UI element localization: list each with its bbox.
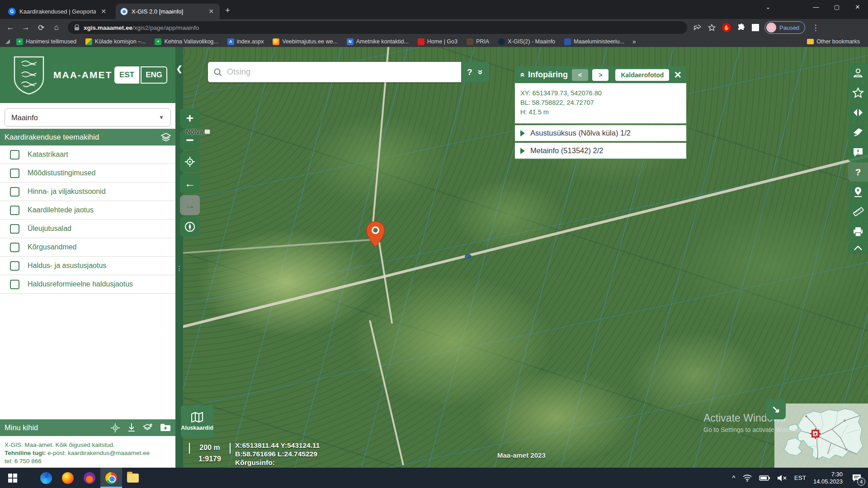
zoom-in-button[interactable]: + xyxy=(180,108,200,128)
clock[interactable]: 7:30 14.05.2023 xyxy=(813,471,843,485)
taskbar-avast[interactable] xyxy=(79,468,100,488)
action-center-button[interactable]: 4 xyxy=(850,471,863,485)
maximize-button[interactable]: ▢ xyxy=(826,4,847,10)
profile-chip[interactable]: 🕶 Paused xyxy=(764,21,805,34)
tab-geoportaal[interactable]: G Kaardirakendused | Geoportaal | ✕ xyxy=(4,4,112,19)
feedback-button[interactable] xyxy=(848,143,868,162)
forward-icon[interactable]: → xyxy=(18,23,33,32)
share-icon[interactable] xyxy=(693,24,702,31)
layers-icon[interactable] xyxy=(161,133,171,142)
layer-row-haldus-ja-asustusjaotus[interactable]: Haldus- ja asustusjaotus xyxy=(0,257,175,275)
checkbox[interactable] xyxy=(10,243,19,252)
close-button[interactable]: ✕ xyxy=(847,4,868,10)
search-help-button[interactable]: ? xyxy=(467,67,472,77)
minimap-toggle-button[interactable]: ↘ xyxy=(766,399,786,419)
basemap-button[interactable]: Aluskaardid xyxy=(181,405,213,438)
bookmark-item[interactable]: Veebimajutus.ee we... xyxy=(269,38,341,45)
adblock-extension-icon[interactable]: ✋ xyxy=(722,23,731,32)
bookmark-item[interactable]: NAmetnike kontaktid... xyxy=(343,38,412,45)
previous-result-button[interactable]: < xyxy=(572,69,588,81)
application-select[interactable]: Maainfo ▼ xyxy=(5,108,171,127)
bookmark-item[interactable]: X-GIS(2) - Maainfo xyxy=(495,38,559,45)
tab-close-icon[interactable]: ✕ xyxy=(99,8,108,15)
layer-row-korgusandmed[interactable]: Kõrgusandmed xyxy=(0,238,175,257)
theme-layers-header[interactable]: Kaardirakenduse teemakihid xyxy=(0,129,175,145)
bookmark-item[interactable]: +Hanimesi tellimused xyxy=(13,38,80,45)
keyboard-language[interactable]: EST xyxy=(794,474,806,481)
favorites-button[interactable] xyxy=(848,83,868,102)
result-row-asustusuksus[interactable]: Asustusüksus (Nõlva küla) 1/2 xyxy=(515,125,686,142)
history-forward-button[interactable]: → xyxy=(180,195,200,215)
apps-shortcut-icon[interactable] xyxy=(5,38,11,45)
download-icon[interactable] xyxy=(127,423,136,432)
map-marker-pin[interactable] xyxy=(365,221,386,248)
bookmark-item[interactable]: Aindex.aspx xyxy=(224,38,268,45)
minimize-button[interactable]: — xyxy=(806,4,826,10)
next-result-button[interactable]: > xyxy=(592,69,609,81)
taskbar-firefox[interactable] xyxy=(57,468,79,488)
extensions-puzzle-icon[interactable] xyxy=(737,23,745,32)
my-layers-header[interactable]: Minu kihid xyxy=(0,419,175,436)
collapse-sidebar-icon[interactable]: ❮ xyxy=(175,64,183,74)
wifi-icon[interactable] xyxy=(743,474,752,482)
location-marker-button[interactable] xyxy=(848,183,868,202)
tray-expand-icon[interactable]: ^ xyxy=(732,474,736,482)
layer-row-haldusreformieelne[interactable]: Haldusreformieelne haldusjaotus xyxy=(0,275,175,294)
start-button[interactable] xyxy=(2,468,24,488)
language-eng-button[interactable]: ENG xyxy=(141,66,167,84)
back-icon[interactable]: ← xyxy=(3,23,18,32)
print-button[interactable] xyxy=(848,222,868,241)
locate-button[interactable] xyxy=(180,152,200,172)
checkbox[interactable] xyxy=(10,224,19,234)
kaldaerofotod-button[interactable]: Kaldaerofotod xyxy=(615,69,669,81)
add-folder-icon[interactable] xyxy=(160,423,171,432)
layer-row-kaardilehtede-jaotus[interactable]: Kaardilehtede jaotus xyxy=(0,201,175,220)
history-back-button[interactable]: ← xyxy=(180,174,200,193)
other-bookmarks[interactable]: Other bookmarks xyxy=(803,38,863,45)
taskbar-explorer[interactable] xyxy=(122,468,144,488)
checkbox[interactable] xyxy=(10,280,19,289)
bookmark-item[interactable]: Home | Go3 xyxy=(414,38,461,45)
checkbox[interactable] xyxy=(10,206,19,215)
drag-handle-icon[interactable]: ⋮ xyxy=(176,265,183,272)
search-bar[interactable] xyxy=(208,62,461,82)
checkbox[interactable] xyxy=(10,261,19,271)
add-layer-icon[interactable] xyxy=(143,423,153,432)
checkbox[interactable] xyxy=(10,169,19,178)
tab-xgis[interactable]: ⊕ X-GIS 2.0 [maainfo] ✕ xyxy=(116,4,220,19)
bookmark-star-icon[interactable] xyxy=(708,24,716,31)
result-row-metainfo[interactable]: Metainfo (513542) 2/2 xyxy=(515,143,686,160)
swipe-compare-button[interactable] xyxy=(848,103,868,122)
side-panel-icon[interactable] xyxy=(752,24,759,31)
address-bar[interactable]: xgis.maaamet.ee/xgis2/page/app/maainfo xyxy=(68,21,687,34)
help-button[interactable]: ? xyxy=(848,163,868,182)
collapse-panel-icon[interactable]: » xyxy=(517,72,527,77)
language-est-button[interactable]: EST xyxy=(114,66,139,84)
search-input[interactable] xyxy=(227,67,456,77)
user-tools-button[interactable] xyxy=(848,63,868,82)
volume-muted-icon[interactable] xyxy=(777,474,787,482)
bookmark-item[interactable]: PRIA xyxy=(463,38,493,45)
checkbox[interactable] xyxy=(10,187,19,197)
taskbar-edge[interactable] xyxy=(35,468,57,488)
layer-row-hinna-ja-viljakustsoonid[interactable]: Hinna- ja viljakustsoonid xyxy=(0,183,175,201)
compass-button[interactable] xyxy=(180,217,200,237)
expand-search-icon[interactable]: » xyxy=(476,70,486,75)
new-tab-button[interactable]: + xyxy=(225,5,230,15)
battery-icon[interactable] xyxy=(759,475,770,481)
home-icon[interactable]: ⌂ xyxy=(49,23,64,32)
taskbar-chrome[interactable] xyxy=(100,468,122,488)
checkbox[interactable] xyxy=(10,150,19,160)
measure-button[interactable] xyxy=(848,202,868,221)
bookmark-item[interactable]: Külade komisjon –... xyxy=(82,38,150,45)
bookmark-item[interactable]: Maaeluministeeriu... xyxy=(561,38,628,45)
layer-row-uleujutusalad[interactable]: Üleujutusalad xyxy=(0,220,175,238)
browser-menu-icon[interactable]: ⋮ xyxy=(808,23,823,33)
bookmarks-overflow-chevron[interactable]: » xyxy=(630,38,639,45)
layer-row-moodistustingimused[interactable]: Mõõdistustingimused xyxy=(0,164,175,183)
bookmark-item[interactable]: +Kehtna Vallavolikog... xyxy=(151,38,222,45)
collapse-rail-button[interactable] xyxy=(848,242,868,254)
layer-row-katastrikaart[interactable]: Katastrikaart xyxy=(0,145,175,164)
locate-layers-icon[interactable] xyxy=(110,423,120,433)
tab-search-icon[interactable]: ⌄ xyxy=(758,4,778,10)
